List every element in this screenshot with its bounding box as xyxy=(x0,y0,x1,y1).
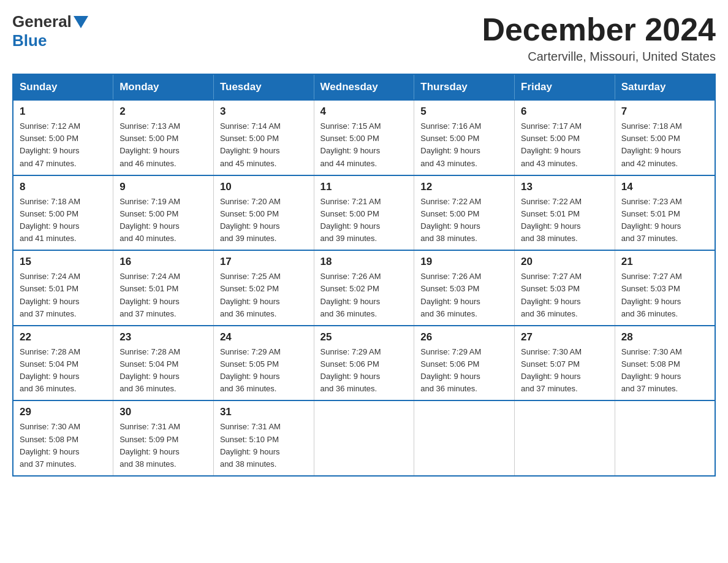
day-info: Sunrise: 7:28 AMSunset: 5:04 PMDaylight:… xyxy=(20,346,107,396)
calendar-cell: 22Sunrise: 7:28 AMSunset: 5:04 PMDayligh… xyxy=(13,326,113,401)
day-info: Sunrise: 7:30 AMSunset: 5:08 PMDaylight:… xyxy=(621,346,708,396)
header-monday: Monday xyxy=(113,74,214,100)
day-info: Sunrise: 7:22 AMSunset: 5:01 PMDaylight:… xyxy=(521,196,609,245)
header-friday: Friday xyxy=(515,74,615,100)
day-info: Sunrise: 7:14 AMSunset: 5:00 PMDaylight:… xyxy=(220,120,308,170)
day-number: 26 xyxy=(420,331,508,343)
header-wednesday: Wednesday xyxy=(314,74,414,100)
month-year-title: December 2024 xyxy=(482,12,716,47)
day-number: 24 xyxy=(220,331,308,343)
day-info: Sunrise: 7:27 AMSunset: 5:03 PMDaylight:… xyxy=(621,270,708,320)
week-row-3: 15Sunrise: 7:24 AMSunset: 5:01 PMDayligh… xyxy=(13,250,715,326)
day-number: 31 xyxy=(220,406,308,418)
logo-blue-text: Blue xyxy=(12,31,47,50)
day-number: 4 xyxy=(320,105,408,118)
calendar-cell: 27Sunrise: 7:30 AMSunset: 5:07 PMDayligh… xyxy=(515,326,615,401)
day-info: Sunrise: 7:18 AMSunset: 5:00 PMDaylight:… xyxy=(621,120,708,170)
calendar-cell: 28Sunrise: 7:30 AMSunset: 5:08 PMDayligh… xyxy=(615,326,715,401)
calendar-cell: 12Sunrise: 7:22 AMSunset: 5:00 PMDayligh… xyxy=(414,175,515,251)
day-number: 5 xyxy=(420,105,508,118)
calendar-cell: 20Sunrise: 7:27 AMSunset: 5:03 PMDayligh… xyxy=(515,250,615,326)
day-info: Sunrise: 7:26 AMSunset: 5:02 PMDaylight:… xyxy=(320,270,408,320)
day-info: Sunrise: 7:16 AMSunset: 5:00 PMDaylight:… xyxy=(420,120,508,170)
day-number: 16 xyxy=(119,256,207,268)
calendar-cell: 31Sunrise: 7:31 AMSunset: 5:10 PMDayligh… xyxy=(213,400,314,476)
calendar-cell xyxy=(615,400,715,476)
calendar-cell: 15Sunrise: 7:24 AMSunset: 5:01 PMDayligh… xyxy=(13,250,113,326)
header-saturday: Saturday xyxy=(615,74,715,100)
week-row-4: 22Sunrise: 7:28 AMSunset: 5:04 PMDayligh… xyxy=(13,326,715,401)
calendar-cell: 7Sunrise: 7:18 AMSunset: 5:00 PMDaylight… xyxy=(615,100,715,175)
calendar-cell: 14Sunrise: 7:23 AMSunset: 5:01 PMDayligh… xyxy=(615,175,715,251)
day-number: 29 xyxy=(20,406,107,418)
day-info: Sunrise: 7:15 AMSunset: 5:00 PMDaylight:… xyxy=(320,120,408,170)
calendar-cell: 13Sunrise: 7:22 AMSunset: 5:01 PMDayligh… xyxy=(515,175,615,251)
day-info: Sunrise: 7:24 AMSunset: 5:01 PMDaylight:… xyxy=(119,270,207,320)
week-row-2: 8Sunrise: 7:18 AMSunset: 5:00 PMDaylight… xyxy=(13,175,715,251)
day-number: 18 xyxy=(320,256,408,268)
calendar-cell: 2Sunrise: 7:13 AMSunset: 5:00 PMDaylight… xyxy=(113,100,214,175)
day-info: Sunrise: 7:21 AMSunset: 5:00 PMDaylight:… xyxy=(320,196,408,245)
calendar-cell: 3Sunrise: 7:14 AMSunset: 5:00 PMDaylight… xyxy=(213,100,314,175)
header-tuesday: Tuesday xyxy=(213,74,314,100)
calendar-cell xyxy=(414,400,515,476)
day-number: 3 xyxy=(220,105,308,118)
day-number: 22 xyxy=(20,331,107,343)
day-info: Sunrise: 7:20 AMSunset: 5:00 PMDaylight:… xyxy=(220,196,308,245)
page-header: General Blue December 2024 Carterville, … xyxy=(12,12,716,64)
logo: General Blue xyxy=(12,12,90,50)
day-info: Sunrise: 7:29 AMSunset: 5:06 PMDaylight:… xyxy=(420,346,508,396)
day-info: Sunrise: 7:23 AMSunset: 5:01 PMDaylight:… xyxy=(621,196,708,245)
day-info: Sunrise: 7:27 AMSunset: 5:03 PMDaylight:… xyxy=(521,270,609,320)
day-info: Sunrise: 7:22 AMSunset: 5:00 PMDaylight:… xyxy=(420,196,508,245)
title-section: December 2024 Carterville, Missouri, Uni… xyxy=(482,12,716,64)
calendar-cell: 8Sunrise: 7:18 AMSunset: 5:00 PMDaylight… xyxy=(13,175,113,251)
day-number: 12 xyxy=(420,181,508,193)
calendar-cell: 24Sunrise: 7:29 AMSunset: 5:05 PMDayligh… xyxy=(213,326,314,401)
day-number: 9 xyxy=(119,181,207,193)
day-number: 30 xyxy=(119,406,207,418)
day-info: Sunrise: 7:17 AMSunset: 5:00 PMDaylight:… xyxy=(521,120,609,170)
calendar-cell xyxy=(515,400,615,476)
calendar-cell: 18Sunrise: 7:26 AMSunset: 5:02 PMDayligh… xyxy=(314,250,414,326)
logo-general-text: General xyxy=(12,12,72,31)
day-info: Sunrise: 7:28 AMSunset: 5:04 PMDaylight:… xyxy=(119,346,207,396)
day-info: Sunrise: 7:31 AMSunset: 5:10 PMDaylight:… xyxy=(220,421,308,470)
day-info: Sunrise: 7:13 AMSunset: 5:00 PMDaylight:… xyxy=(119,120,207,170)
day-number: 2 xyxy=(119,105,207,118)
day-number: 21 xyxy=(621,256,708,268)
header-sunday: Sunday xyxy=(13,74,113,100)
day-number: 19 xyxy=(420,256,508,268)
day-number: 27 xyxy=(521,331,609,343)
calendar-cell: 26Sunrise: 7:29 AMSunset: 5:06 PMDayligh… xyxy=(414,326,515,401)
day-number: 28 xyxy=(621,331,708,343)
day-info: Sunrise: 7:25 AMSunset: 5:02 PMDaylight:… xyxy=(220,270,308,320)
calendar-cell: 10Sunrise: 7:20 AMSunset: 5:00 PMDayligh… xyxy=(213,175,314,251)
day-info: Sunrise: 7:19 AMSunset: 5:00 PMDaylight:… xyxy=(119,196,207,245)
calendar-cell: 4Sunrise: 7:15 AMSunset: 5:00 PMDaylight… xyxy=(314,100,414,175)
day-number: 23 xyxy=(119,331,207,343)
day-info: Sunrise: 7:24 AMSunset: 5:01 PMDaylight:… xyxy=(20,270,107,320)
week-row-5: 29Sunrise: 7:30 AMSunset: 5:08 PMDayligh… xyxy=(13,400,715,476)
day-info: Sunrise: 7:12 AMSunset: 5:00 PMDaylight:… xyxy=(20,120,107,170)
calendar-cell: 9Sunrise: 7:19 AMSunset: 5:00 PMDaylight… xyxy=(113,175,214,251)
calendar-cell: 23Sunrise: 7:28 AMSunset: 5:04 PMDayligh… xyxy=(113,326,214,401)
day-number: 10 xyxy=(220,181,308,193)
day-info: Sunrise: 7:31 AMSunset: 5:09 PMDaylight:… xyxy=(119,421,207,470)
header-thursday: Thursday xyxy=(414,74,515,100)
calendar-cell: 29Sunrise: 7:30 AMSunset: 5:08 PMDayligh… xyxy=(13,400,113,476)
day-number: 17 xyxy=(220,256,308,268)
day-number: 7 xyxy=(621,105,708,118)
calendar-cell: 21Sunrise: 7:27 AMSunset: 5:03 PMDayligh… xyxy=(615,250,715,326)
calendar-cell: 6Sunrise: 7:17 AMSunset: 5:00 PMDaylight… xyxy=(515,100,615,175)
day-number: 25 xyxy=(320,331,408,343)
calendar-cell: 5Sunrise: 7:16 AMSunset: 5:00 PMDaylight… xyxy=(414,100,515,175)
location-subtitle: Carterville, Missouri, United States xyxy=(482,50,716,64)
calendar-cell: 25Sunrise: 7:29 AMSunset: 5:06 PMDayligh… xyxy=(314,326,414,401)
calendar-cell: 16Sunrise: 7:24 AMSunset: 5:01 PMDayligh… xyxy=(113,250,214,326)
day-number: 1 xyxy=(20,105,107,118)
day-number: 15 xyxy=(20,256,107,268)
day-number: 14 xyxy=(621,181,708,193)
day-info: Sunrise: 7:30 AMSunset: 5:08 PMDaylight:… xyxy=(20,421,107,470)
day-number: 11 xyxy=(320,181,408,193)
